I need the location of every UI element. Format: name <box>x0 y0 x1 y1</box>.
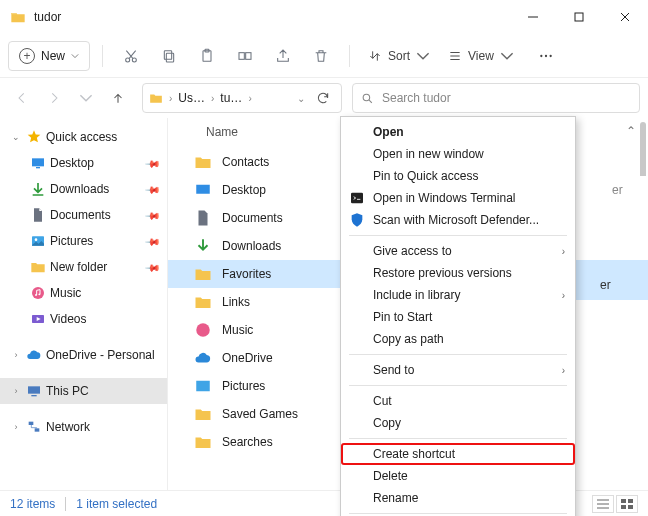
svg-point-17 <box>32 287 44 299</box>
sidebar-label: New folder <box>50 260 107 274</box>
ctx-send-to[interactable]: Send to› <box>341 359 575 381</box>
sidebar-item-desktop[interactable]: Desktop 📌 <box>0 150 167 176</box>
svg-point-11 <box>549 54 551 56</box>
ctx-label: Open in Windows Terminal <box>373 191 516 205</box>
ctx-create-shortcut[interactable]: Create shortcut <box>341 443 575 465</box>
details-view-button[interactable] <box>592 495 614 513</box>
rename-button[interactable] <box>229 41 261 71</box>
desktop-icon <box>194 181 212 199</box>
context-menu: Open Open in new window Pin to Quick acc… <box>340 116 576 516</box>
ctx-label: Pin to Quick access <box>373 169 478 183</box>
chevron-right-icon: › <box>167 93 174 104</box>
delete-button[interactable] <box>305 41 337 71</box>
pc-icon <box>26 383 42 399</box>
minimize-button[interactable] <box>510 0 556 34</box>
view-mode-buttons <box>592 495 638 513</box>
ctx-copy-as-path[interactable]: Copy as path <box>341 328 575 350</box>
ctx-pin-quick-access[interactable]: Pin to Quick access <box>341 165 575 187</box>
separator <box>65 497 66 511</box>
ctx-open[interactable]: Open <box>341 121 575 143</box>
chevron-right-icon: › <box>10 386 22 396</box>
sidebar-label: Desktop <box>50 156 94 170</box>
maximize-button[interactable] <box>556 0 602 34</box>
more-button[interactable] <box>530 41 562 71</box>
svg-point-12 <box>363 94 370 101</box>
view-button[interactable]: View <box>442 41 520 71</box>
ctx-scan-defender[interactable]: Scan with Microsoft Defender... <box>341 209 575 231</box>
up-button[interactable] <box>104 84 132 112</box>
file-name: Music <box>222 323 253 337</box>
sidebar-item-documents[interactable]: Documents 📌 <box>0 202 167 228</box>
terminal-icon <box>349 190 365 206</box>
sidebar-item-quick-access[interactable]: ⌄ Quick access <box>0 124 167 150</box>
scrollbar[interactable] <box>640 122 646 184</box>
svg-rect-28 <box>351 193 363 204</box>
sidebar: ⌄ Quick access Desktop 📌 Downloads 📌 Doc… <box>0 118 168 490</box>
file-name: Downloads <box>222 239 281 253</box>
folder-icon <box>149 91 163 105</box>
sidebar-label: Downloads <box>50 182 109 196</box>
ctx-label: Delete <box>373 469 408 483</box>
breadcrumb[interactable]: tu… <box>220 91 242 105</box>
close-button[interactable] <box>602 0 648 34</box>
window-controls <box>510 0 648 34</box>
address-bar[interactable]: › Us… › tu… › ⌄ <box>142 83 342 113</box>
sort-label: Sort <box>388 49 410 63</box>
ctx-label: Give access to <box>373 244 452 258</box>
breadcrumb[interactable]: Us… <box>178 91 205 105</box>
chevron-down-icon <box>416 49 430 63</box>
sort-button[interactable]: Sort <box>362 41 436 71</box>
sidebar-item-pictures[interactable]: Pictures 📌 <box>0 228 167 254</box>
document-icon <box>194 209 212 227</box>
sidebar-label: Music <box>50 286 81 300</box>
ctx-include-library[interactable]: Include in library› <box>341 284 575 306</box>
sidebar-item-new-folder[interactable]: New folder 📌 <box>0 254 167 280</box>
videos-icon <box>30 311 46 327</box>
ctx-cut[interactable]: Cut <box>341 390 575 412</box>
ctx-rename[interactable]: Rename <box>341 487 575 509</box>
sidebar-item-downloads[interactable]: Downloads 📌 <box>0 176 167 202</box>
chevron-down-icon <box>71 52 79 60</box>
separator <box>349 385 567 386</box>
document-icon <box>30 207 46 223</box>
star-icon <box>26 129 42 145</box>
recent-button[interactable] <box>72 84 100 112</box>
svg-point-26 <box>196 323 210 337</box>
sidebar-label: Network <box>46 420 90 434</box>
ctx-pin-start[interactable]: Pin to Start <box>341 306 575 328</box>
paste-button[interactable] <box>191 41 223 71</box>
ctx-label: Copy as path <box>373 332 444 346</box>
back-button[interactable] <box>8 84 36 112</box>
ctx-give-access[interactable]: Give access to› <box>341 240 575 262</box>
ctx-open-terminal[interactable]: Open in Windows Terminal <box>341 187 575 209</box>
selection-band <box>576 272 648 300</box>
search-input[interactable]: Search tudor <box>352 83 640 113</box>
thumbnails-view-button[interactable] <box>616 495 638 513</box>
share-button[interactable] <box>267 41 299 71</box>
item-count: 12 items <box>10 497 55 511</box>
search-icon <box>361 92 374 105</box>
crumb-label: Us… <box>178 91 205 105</box>
separator <box>349 513 567 514</box>
new-button[interactable]: + New <box>8 41 90 71</box>
svg-point-19 <box>38 293 40 295</box>
separator <box>349 438 567 439</box>
sidebar-item-videos[interactable]: Videos <box>0 306 167 332</box>
sidebar-item-onedrive[interactable]: › OneDrive - Personal <box>0 342 167 368</box>
sidebar-item-network[interactable]: › Network <box>0 414 167 440</box>
sidebar-item-music[interactable]: Music <box>0 280 167 306</box>
ctx-restore-previous[interactable]: Restore previous versions <box>341 262 575 284</box>
svg-rect-23 <box>29 422 34 425</box>
ctx-delete[interactable]: Delete <box>341 465 575 487</box>
refresh-button[interactable] <box>311 91 335 105</box>
ctx-copy[interactable]: Copy <box>341 412 575 434</box>
chevron-down-icon[interactable]: ⌄ <box>295 93 307 104</box>
separator <box>102 45 103 67</box>
forward-button[interactable] <box>40 84 68 112</box>
ctx-label: Copy <box>373 416 401 430</box>
sidebar-item-this-pc[interactable]: › This PC <box>0 378 167 404</box>
copy-button[interactable] <box>153 41 185 71</box>
ctx-open-new-window[interactable]: Open in new window <box>341 143 575 165</box>
separator <box>349 45 350 67</box>
cut-button[interactable] <box>115 41 147 71</box>
